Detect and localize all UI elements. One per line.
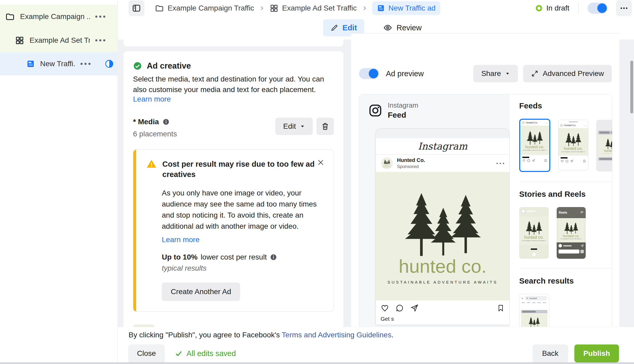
page-name: Hunted Co.	[397, 157, 425, 163]
scrollbar-thumb[interactable]	[630, 61, 633, 113]
breadcrumb-label: Example Campaign Traffic	[168, 4, 254, 12]
media-placements: 6 placements	[133, 130, 177, 138]
ad-image	[520, 126, 549, 155]
page-name: Hunted Co.	[526, 121, 544, 124]
media-label: * Media	[133, 118, 159, 126]
sidebar-panel-icon	[132, 4, 141, 13]
search-filters	[521, 302, 547, 303]
warning-triangle-icon	[146, 159, 157, 169]
terms-link[interactable]: Terms and Advertising Guidelines	[282, 331, 391, 339]
bookmark-icon[interactable]	[497, 304, 505, 312]
breadcrumb-adset[interactable]: Example Ad Set Traffic	[269, 4, 357, 13]
video-controls	[598, 131, 612, 135]
reels-thumbnail[interactable]: Reels	[557, 207, 586, 259]
edit-media-button[interactable]: Edit	[275, 118, 313, 135]
placements-pane: Feeds Hunted Co. …	[510, 94, 612, 327]
divider	[578, 3, 579, 14]
placement-thumbnail	[133, 324, 155, 327]
comment-icon	[565, 160, 569, 163]
caption-placeholder	[561, 157, 567, 159]
share-button[interactable]: Share	[473, 65, 518, 82]
previous-card-fragment	[124, 40, 343, 46]
ad-image	[519, 216, 549, 245]
create-another-ad-button[interactable]: Create Another Ad	[162, 282, 240, 301]
check-circle-icon	[133, 61, 142, 70]
feed-thumbnail-selected[interactable]: Hunted Co. …	[519, 119, 550, 172]
section-description: Select the media, text and destination f…	[133, 74, 334, 95]
more-options-button[interactable]	[95, 16, 105, 18]
phone-status-bar	[376, 129, 509, 138]
folder-icon	[155, 4, 164, 13]
stories-section-title: Stories and Reels	[519, 190, 612, 199]
scrollbar[interactable]	[630, 42, 633, 324]
page-name-placeholder	[527, 211, 536, 212]
search-results-thumbnail[interactable]: hunted	[519, 294, 549, 327]
learn-more-link[interactable]: Learn more	[162, 236, 200, 244]
breadcrumb-campaign[interactable]: Example Campaign Traffic	[155, 4, 254, 13]
bookmark-icon	[544, 159, 547, 162]
avatar	[521, 209, 525, 213]
sidebar-item-campaign[interactable]: Example Campaign ...	[0, 5, 117, 28]
ad-creative-card: Ad creative Select the media, text and d…	[124, 51, 343, 327]
campaign-sidebar: Example Campaign ... Example Ad Set Tr..…	[0, 0, 118, 364]
avatar	[381, 157, 393, 169]
sidebar-item-label: New Traffi..	[40, 60, 75, 68]
advanced-preview-label: Advanced Preview	[543, 69, 604, 78]
sidebar-item-ad[interactable]: New Traffi..	[0, 52, 117, 75]
collapse-sidebar-button[interactable]	[129, 0, 144, 16]
more-menu-button[interactable]	[616, 0, 632, 16]
ellipsis-icon	[619, 4, 628, 13]
learn-more-link[interactable]: Learn more	[133, 95, 171, 103]
cta-bar	[559, 250, 579, 253]
placement-group-row[interactable]: Feeds, Search results 4 placements	[133, 324, 334, 327]
caret-down-icon	[300, 124, 305, 129]
instagram-wordmark: Instagram	[418, 141, 467, 152]
delete-media-button[interactable]	[316, 118, 334, 135]
breadcrumb-ad-active[interactable]: New Traffic ad	[372, 1, 440, 15]
video-controls	[521, 310, 547, 313]
search-section-title: Search results	[519, 276, 612, 285]
publish-button[interactable]: Publish	[574, 344, 619, 362]
post-menu-icon[interactable]	[496, 163, 504, 164]
info-icon[interactable]	[163, 118, 169, 125]
share-post-icon	[570, 160, 573, 163]
warning-title: Cost per result may rise due to too few …	[162, 159, 315, 180]
post-menu-icon: …	[584, 124, 586, 127]
close-button[interactable]: Close	[129, 344, 164, 362]
share-post-icon	[532, 159, 535, 162]
close-icon[interactable]	[317, 159, 325, 167]
page-name-placeholder	[563, 245, 572, 246]
page-name: Hunted Co.	[564, 124, 583, 127]
more-options-button[interactable]	[81, 63, 91, 65]
comment-icon[interactable]	[395, 304, 404, 312]
breadcrumb: Example Campaign Traffic Example Ad Set …	[155, 1, 440, 15]
chevron-right-icon	[362, 5, 367, 11]
comment-icon	[527, 159, 530, 162]
feeds-section-title: Feeds	[519, 101, 612, 110]
folder-icon	[5, 12, 15, 21]
feed-thumbnail[interactable]: Hunted Co. …	[558, 120, 588, 170]
draft-progress-icon	[105, 60, 113, 68]
draft-toggle[interactable]	[588, 3, 608, 14]
ad-preview-panel: Ad preview Share Advanced Preview Instag	[351, 33, 619, 327]
expand-icon	[531, 70, 538, 77]
advanced-preview-button[interactable]: Advanced Preview	[523, 65, 612, 82]
info-icon[interactable]	[270, 254, 277, 261]
draft-status-icon	[536, 5, 542, 11]
share-post-icon[interactable]	[410, 304, 419, 312]
story-thumbnail[interactable]	[519, 207, 549, 259]
disclaimer-period: .	[391, 331, 394, 339]
trash-icon	[321, 122, 329, 131]
caption-placeholder	[522, 157, 529, 158]
sidebar-item-adset[interactable]: Example Ad Set Tr...	[0, 28, 117, 52]
back-button[interactable]: Back	[533, 344, 568, 362]
ad-image	[559, 128, 588, 156]
ad-doc-icon	[26, 60, 35, 68]
bookmark-icon	[583, 160, 586, 163]
search-query: hunted	[529, 297, 537, 300]
breadcrumb-label: New Traffic ad	[389, 4, 436, 12]
ad-preview-toggle[interactable]	[359, 68, 379, 79]
more-options-button[interactable]	[95, 39, 105, 41]
feed-video-thumbnail[interactable]	[596, 120, 612, 171]
like-icon[interactable]	[381, 304, 389, 312]
